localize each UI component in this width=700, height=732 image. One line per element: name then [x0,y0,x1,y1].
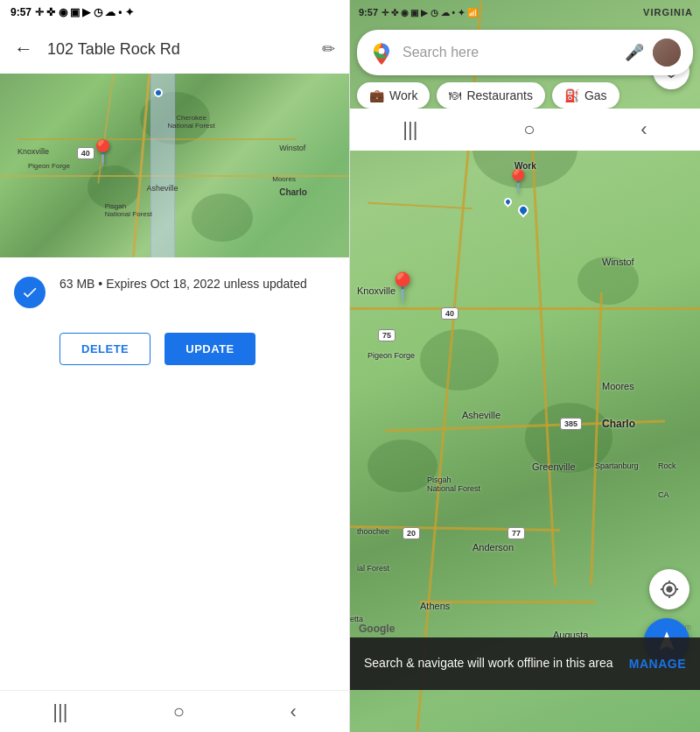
nav-home[interactable]: ○ [173,700,185,723]
nav-recent-apps-right[interactable]: ||| [402,118,417,141]
pin-small-blue-1 [516,203,531,218]
nav-home-right[interactable]: ○ [523,118,535,141]
map-label-r-ca: CA [658,490,669,499]
map-label-charlo: Charlo [279,187,307,197]
pin-blue-work: 📍 [504,168,532,195]
map-label-winstof: Winstof [279,144,305,152]
header-left: ← 102 Table Rock Rd ✏ [0,25,349,74]
status-icons-right: ✛ ✜ ◉ ▣ ▶ ◷ ☁ • ✦ 📶 [382,8,478,18]
map-label-pigeon: Pigeon Forge [28,162,70,170]
right-panel: 40 20 385 77 75 Knoxville CherokeeNation… [350,0,700,732]
nav-back[interactable]: ‹ [290,700,296,723]
left-panel: 9:57 ✛ ✜ ◉ ▣ ▶ ◷ ☁ • ✦ ← 102 Table Rock … [0,0,350,732]
search-bar-wrap: Search here 🎤 [350,25,700,75]
download-icon-wrap [14,277,46,308]
google-logo-bottom: Google [359,620,395,636]
back-button[interactable]: ← [14,38,33,60]
download-check-icon [21,284,38,301]
map-label-asheville: Asheville [147,184,178,193]
manage-button[interactable]: MANAGE [629,657,686,671]
map-label-r-spartanburg: Spartanburg [595,461,639,470]
delete-button[interactable]: DELETE [60,333,150,365]
map-label-r-greenville: Greenville [532,461,576,472]
highway-badge-20: 20 [402,527,420,539]
update-button[interactable]: UPDATE [164,333,255,365]
nav-back-right[interactable]: ‹ [640,118,647,141]
highway-badge-40: 40 [77,147,94,159]
google-maps-logo [369,40,394,65]
map-label-r-pigeon: Pigeon Forge [368,351,415,360]
map-corner-pin [154,88,163,97]
map-label-r-thoochee: thoochee [357,527,389,536]
offline-banner: Search & navigate will work offline in t… [350,637,700,690]
filter-chips: 💼 Work 🍽 Restaurants ⛽ Gas [350,75,700,109]
work-icon: 💼 [369,88,384,102]
nav-recent-apps[interactable]: ||| [52,700,67,723]
page-title: 102 Table Rock Rd [47,40,308,59]
buttons-section: DELETE UPDATE [0,326,349,383]
map-preview: 📍 Knoxville CherokeeNational Forest Ashe… [0,74,349,257]
map-label-r-ial: ial Forest [357,564,389,573]
highway-badge-77: 77 [508,527,525,539]
chip-restaurants[interactable]: 🍽 Restaurants [437,82,544,109]
highlight-strip [150,74,175,257]
map-label-r-pisgah: PisgahNational Forest [427,475,480,493]
map-label-r-athens: Athens [420,601,450,611]
offline-text: Search & navigate will work offline in t… [364,655,629,672]
pin-small-blue-2 [502,196,514,208]
map-label-knoxville: Knoxville [18,147,49,156]
status-icons-left: ✛ ✜ ◉ ▣ ▶ ◷ ☁ • ✦ [35,6,134,18]
search-bar[interactable]: Search here 🎤 [357,30,693,75]
time-left: 9:57 [10,6,32,18]
highway-badge-75: 75 [378,329,396,341]
chip-work-label: Work [389,88,417,102]
map-label-cherokee: CherokeeNational Forest [168,114,215,130]
svg-point-1 [379,48,385,54]
map-label-work: Work [514,161,536,171]
edit-icon[interactable]: ✏ [322,39,335,59]
map-label-moores: Moores [272,175,296,183]
mic-icon[interactable]: 🎤 [625,43,644,62]
gas-icon: ⛽ [564,88,579,102]
location-icon [660,580,679,599]
map-label-r-winstof: Winstof [602,257,634,267]
status-bar-left: 9:57 ✛ ✜ ◉ ▣ ▶ ◷ ☁ • ✦ [0,0,349,25]
bottom-nav-left: ||| ○ ‹ [0,690,349,732]
time-right: 9:57 [359,7,378,18]
status-bar-right: 9:57 ✛ ✜ ◉ ▣ ▶ ◷ ☁ • ✦ 📶 [350,0,700,25]
location-button[interactable] [649,569,690,609]
info-section: 63 MB • Expires Oct 18, 2022 unless upda… [0,257,349,326]
search-input[interactable]: Search here [402,45,616,60]
map-label-r-charlo: Charlo [602,418,635,430]
chip-work[interactable]: 💼 Work [357,82,430,109]
highway-badge-40r: 40 [441,307,458,320]
google-text: Google [359,623,395,635]
avatar[interactable] [653,39,681,67]
map-label-r-anderson: Anderson [472,542,514,553]
chip-restaurants-label: Restaurants [466,88,532,102]
highway-badge-385: 385 [560,418,582,430]
info-text: 63 MB • Expires Oct 18, 2022 unless upda… [60,275,307,293]
bottom-nav-right: ||| ○ ‹ [350,109,700,151]
restaurants-icon: 🍽 [449,88,461,102]
map-label-r-rock: Rock [658,461,676,470]
chip-gas-label: Gas [584,88,607,102]
chip-gas[interactable]: ⛽ Gas [552,82,620,109]
map-bg: 📍 Knoxville CherokeeNational Forest Ashe… [0,74,349,257]
pin-red-right: 📍 [385,271,420,304]
map-label-r-asheville: Asheville [462,410,500,420]
avatar-img [653,39,681,67]
map-label-r-moores: Moores [602,381,634,391]
map-label-pisgah: PisgahNational Forest [105,202,152,218]
